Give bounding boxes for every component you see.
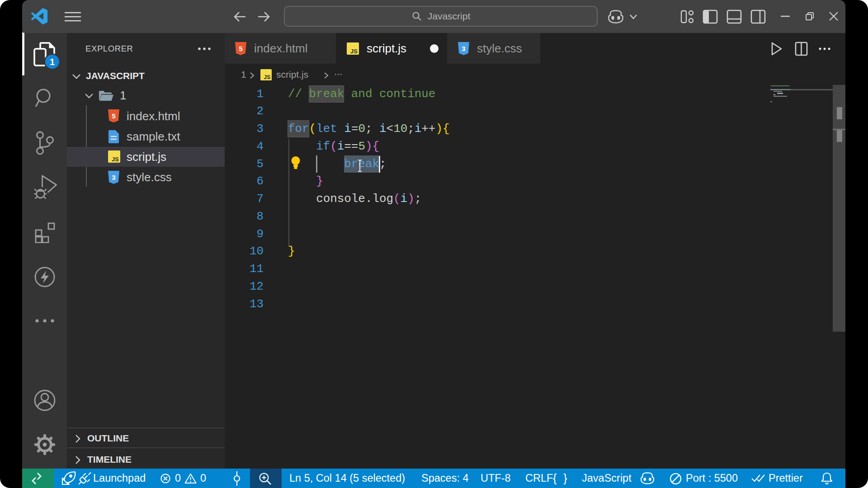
svg-text:JS: JS bbox=[350, 48, 358, 55]
svg-text:JS: JS bbox=[112, 156, 119, 163]
svg-text:3: 3 bbox=[112, 174, 115, 181]
svg-text:5: 5 bbox=[112, 112, 115, 120]
svg-text:1: 1 bbox=[50, 57, 55, 67]
svg-text:5: 5 bbox=[239, 45, 242, 52]
svg-text:JS: JS bbox=[264, 74, 271, 80]
svg-text:3: 3 bbox=[462, 45, 465, 52]
